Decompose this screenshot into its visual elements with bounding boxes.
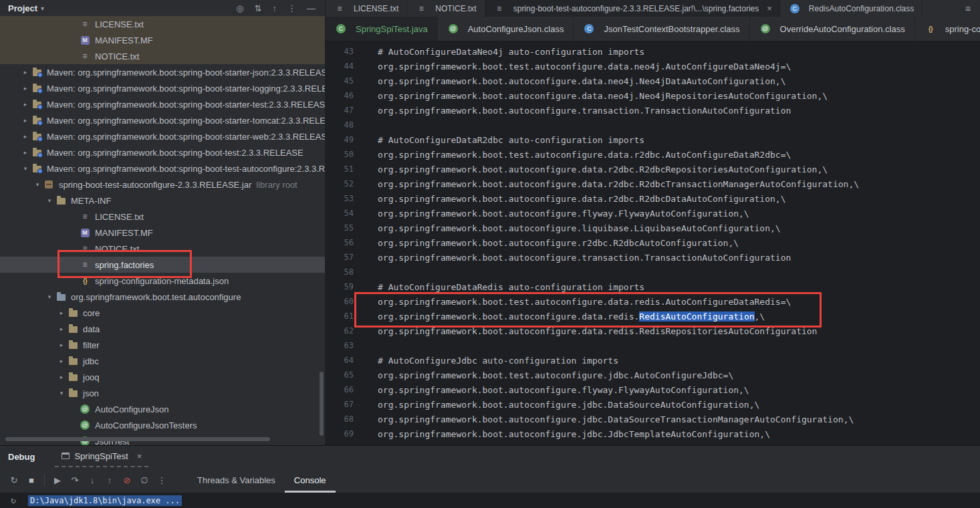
tree-item-jooq[interactable]: ▸jooq — [0, 369, 325, 385]
tree-item-maven-org-springframework-boot-spring-boot-starter-web-2-3-3-release[interactable]: ▸Maven: org.springframework.boot:spring-… — [0, 128, 325, 144]
code-line-45[interactable]: 45org.springframework.boot.autoconfigure… — [326, 74, 980, 88]
tree-item-autoconfigurejsontesters[interactable]: @AutoConfigureJsonTesters — [0, 417, 325, 433]
tab-list-menu-icon[interactable]: ≡ — [956, 0, 980, 17]
code-line-66[interactable]: 66org.springframework.boot.autoconfigure… — [326, 382, 980, 397]
tree-item-maven-org-springframework-boot-spring-boot-test-2-3-3-release[interactable]: ▸Maven: org.springframework.boot:spring-… — [0, 144, 325, 160]
tree-item-maven-org-springframework-boot-spring-boot-test-autoconfigure-2-3-3-release[interactable]: ▾Maven: org.springframework.boot:spring-… — [0, 160, 325, 176]
tree-item-maven-org-springframework-boot-spring-boot-starter-logging-2-3-3-release[interactable]: ▸Maven: org.springframework.boot:spring-… — [0, 80, 325, 96]
tree-item-manifest-mf[interactable]: MMANIFEST.MF — [0, 225, 325, 241]
code-line-61[interactable]: 61org.springframework.boot.autoconfigure… — [326, 309, 980, 324]
project-horizontal-scrollbar[interactable] — [5, 437, 270, 441]
code-line-44[interactable]: 44org.springframework.boot.test.autoconf… — [326, 59, 980, 74]
resume-icon[interactable]: ▶ — [49, 475, 66, 485]
chevron-right-icon[interactable]: ▸ — [20, 69, 31, 76]
code-line-60[interactable]: 60org.springframework.boot.test.autoconf… — [326, 294, 980, 309]
code-line-63[interactable]: 63 — [326, 338, 980, 353]
tree-item-spring-factories[interactable]: ≡spring.factories — [0, 257, 325, 273]
code-line-69[interactable]: 69org.springframework.boot.autoconfigure… — [326, 426, 980, 441]
chevron-down-icon[interactable]: ▾ — [41, 5, 44, 12]
tree-item-notice-txt[interactable]: ≡NOTICE.txt — [0, 241, 325, 257]
collapse-all-icon[interactable]: ↑ — [273, 3, 277, 13]
chevron-right-icon[interactable]: ▸ — [20, 117, 31, 124]
editor-tab-overrideautoconfiguration-class[interactable]: @OverrideAutoConfiguration.class — [750, 17, 915, 41]
mute-renderers-icon[interactable]: ∅ — [136, 475, 153, 485]
tree-item-filter[interactable]: ▸filter — [0, 337, 325, 353]
chevron-right-icon[interactable]: ▸ — [56, 374, 67, 380]
tree-item-org-springframework-boot-test-autoconfigure[interactable]: ▾org.springframework.boot.test.autoconfi… — [0, 289, 325, 305]
code-line-43[interactable]: 43# AutoConfigureDataNeo4j auto-configur… — [326, 44, 980, 59]
tree-item-notice-txt[interactable]: ≡NOTICE.txt — [0, 48, 325, 64]
code-line-59[interactable]: 59# AutoConfigureDataRedis auto-configur… — [326, 279, 980, 294]
rerun-icon[interactable]: ↻ — [5, 495, 21, 505]
project-vertical-scrollbar[interactable] — [320, 372, 324, 436]
editor-tab-spring-boot-test-autoconfigure-2-3-3-release-jar-spring-factories[interactable]: ≡spring-boot-test-autoconfigure-2.3.3.RE… — [485, 0, 781, 17]
code-line-64[interactable]: 64# AutoConfigureJdbc auto-configuration… — [326, 353, 980, 368]
step-into-icon[interactable]: ↓ — [84, 475, 101, 485]
editor-tab-license-txt[interactable]: ≡LICENSE.txt — [326, 0, 407, 17]
tree-item-data[interactable]: ▸data — [0, 321, 325, 337]
editor-tab-spring-co[interactable]: {}spring-co — [915, 17, 980, 41]
tree-item-meta-inf[interactable]: ▾META-INF — [0, 193, 325, 209]
tree-item-spring-boot-test-autoconfigure-2-3-3-release-jar[interactable]: ▾spring-boot-test-autoconfigure-2.3.3.RE… — [0, 176, 325, 193]
code-line-53[interactable]: 53org.springframework.boot.autoconfigure… — [326, 191, 980, 206]
chevron-down-icon[interactable]: ▾ — [20, 165, 31, 172]
project-panel-title[interactable]: Project — [8, 3, 37, 13]
chevron-right-icon[interactable]: ▸ — [20, 85, 31, 92]
tree-item-license-txt[interactable]: ≡LICENSE.txt — [0, 16, 325, 32]
tree-item-core[interactable]: ▸core — [0, 305, 325, 321]
code-line-49[interactable]: 49# AutoConfigureDataR2dbc auto-configur… — [326, 132, 980, 147]
expand-collapse-icon[interactable]: ⇅ — [255, 3, 262, 13]
close-icon[interactable]: × — [767, 3, 772, 13]
chevron-right-icon[interactable]: ▸ — [56, 326, 67, 332]
editor-tab-autoconfigurejson-class[interactable]: @AutoConfigureJson.class — [438, 17, 574, 41]
tree-item-maven-org-springframework-boot-spring-boot-starter-test-2-3-3-release[interactable]: ▸Maven: org.springframework.boot:spring-… — [0, 96, 325, 112]
chevron-down-icon[interactable]: ▾ — [56, 390, 67, 396]
chevron-right-icon[interactable]: ▸ — [56, 309, 67, 316]
rerun-icon[interactable]: ↻ — [5, 475, 23, 485]
code-line-55[interactable]: 55org.springframework.boot.autoconfigure… — [326, 221, 980, 235]
code-line-67[interactable]: 67org.springframework.boot.autoconfigure… — [326, 397, 980, 412]
tree-item-json[interactable]: ▾json — [0, 385, 325, 401]
mute-breakpoints-icon[interactable]: ⊘ — [118, 475, 136, 485]
stop-icon[interactable]: ■ — [23, 475, 40, 485]
code-editor[interactable]: 43# AutoConfigureDataNeo4j auto-configur… — [326, 41, 980, 445]
tree-item-maven-org-springframework-boot-spring-boot-starter-tomcat-2-3-3-release[interactable]: ▸Maven: org.springframework.boot:spring-… — [0, 112, 325, 128]
more-options-icon[interactable]: ⋮ — [287, 3, 296, 13]
tree-item-license-txt[interactable]: ≡LICENSE.txt — [0, 209, 325, 225]
editor-tab-jsontestcontextbootstrapper-class[interactable]: CJsonTestContextBootstrapper.class — [574, 17, 749, 41]
debug-session-tab[interactable]: SpringSpiTest × — [55, 446, 148, 467]
code-line-50[interactable]: 50org.springframework.boot.test.autoconf… — [326, 147, 980, 162]
chevron-right-icon[interactable]: ▸ — [20, 133, 31, 140]
close-icon[interactable]: × — [137, 451, 142, 461]
debug-tab-console[interactable]: Console — [285, 467, 336, 493]
tree-item-manifest-mf[interactable]: MMANIFEST.MF — [0, 32, 325, 48]
code-line-54[interactable]: 54org.springframework.boot.autoconfigure… — [326, 206, 980, 221]
chevron-right-icon[interactable]: ▸ — [56, 358, 67, 364]
debug-tab-threads-variables[interactable]: Threads & Variables — [188, 467, 285, 493]
step-over-icon[interactable]: ↷ — [66, 475, 84, 485]
hide-panel-icon[interactable]: — — [307, 3, 316, 13]
code-line-58[interactable]: 58 — [326, 265, 980, 279]
code-line-56[interactable]: 56org.springframework.boot.autoconfigure… — [326, 235, 980, 250]
code-line-46[interactable]: 46org.springframework.boot.autoconfigure… — [326, 88, 980, 103]
editor-tab-notice-txt[interactable]: ≡NOTICE.txt — [407, 0, 485, 17]
tree-item-maven-org-springframework-boot-spring-boot-starter-json-2-3-3-release[interactable]: ▸Maven: org.springframework.boot:spring-… — [0, 64, 325, 80]
step-out-icon[interactable]: ↑ — [101, 475, 118, 485]
chevron-right-icon[interactable]: ▸ — [20, 101, 31, 108]
more-actions-icon[interactable]: ⋮ — [153, 475, 170, 485]
debug-console[interactable]: ↻ D:\Java\jdk1.8\bin\java.exe ... — [0, 493, 980, 508]
tree-item-autoconfigurejson[interactable]: @AutoConfigureJson — [0, 401, 325, 417]
editor-tab-springspitest-java[interactable]: CSpringSpiTest.java — [326, 17, 438, 41]
chevron-down-icon[interactable]: ▾ — [44, 197, 55, 204]
code-line-65[interactable]: 65org.springframework.boot.test.autoconf… — [326, 368, 980, 382]
locate-file-icon[interactable]: ◎ — [236, 3, 243, 13]
chevron-down-icon[interactable]: ▾ — [32, 181, 43, 188]
code-line-48[interactable]: 48 — [326, 118, 980, 132]
code-line-68[interactable]: 68org.springframework.boot.autoconfigure… — [326, 412, 980, 426]
code-line-62[interactable]: 62org.springframework.boot.autoconfigure… — [326, 324, 980, 338]
chevron-right-icon[interactable]: ▸ — [20, 149, 31, 156]
code-line-57[interactable]: 57org.springframework.boot.autoconfigure… — [326, 250, 980, 265]
chevron-right-icon[interactable]: ▸ — [56, 342, 67, 348]
code-line-52[interactable]: 52org.springframework.boot.autoconfigure… — [326, 176, 980, 191]
code-line-47[interactable]: 47org.springframework.boot.autoconfigure… — [326, 103, 980, 118]
